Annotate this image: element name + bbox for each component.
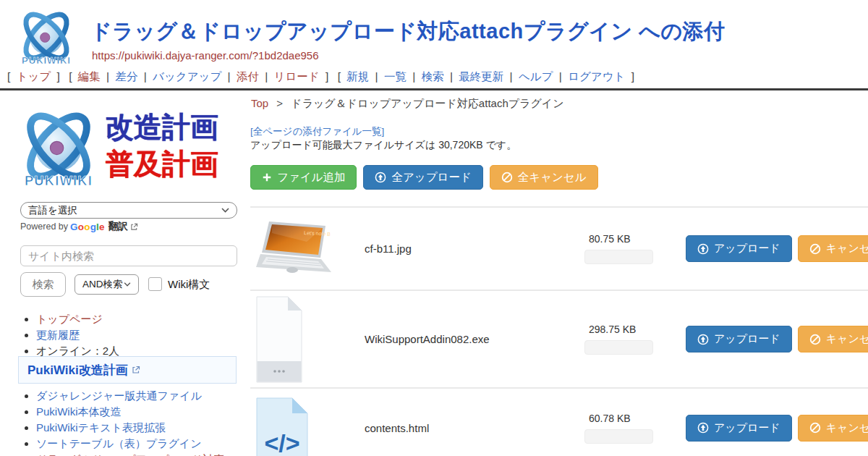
sidebar-heading-link[interactable]: PukiWiki改造計画 [18,356,237,384]
nav-link-help[interactable]: ヘルプ [519,70,553,83]
google-translate-attribution: Powered by Google 翻訳 [20,220,138,233]
cancel-button[interactable]: キャンセル [798,415,868,442]
upload-circle-icon [697,243,709,255]
ban-circle-icon [809,422,821,434]
sidebar-list-top: トップページ 更新履歴 オンライン：2人 [22,312,242,360]
page: PUKIWIKI ドラッグ＆ドロップアップロード対応attachプラグイン への… [0,0,868,456]
upload-progress-bar [584,340,653,355]
cancel-button[interactable]: キャンセル [798,326,868,352]
header-divider [0,88,868,90]
file-name: WikiSupportAddin082.exe [365,333,584,345]
file-size: 298.75 KB [584,324,636,335]
file-size: 60.78 KB [584,413,631,424]
upload-circle-icon [697,422,709,434]
pukiwiki-logo-icon[interactable]: PUKIWIKI [9,4,84,68]
nav-link-attach[interactable]: 添付 [237,70,259,83]
sidebar-item-sort-table[interactable]: ソートテーブル（表）プラグイン [36,437,202,449]
all-attachments-link[interactable]: [全ページの添付ファイル一覧] [250,125,384,138]
search-mode-select[interactable]: AND検索 [75,274,139,295]
ban-circle-icon [809,243,821,255]
external-link-icon [130,223,138,231]
wiki-syntax-label: Wiki構文 [168,278,210,292]
nav-link-recent[interactable]: 最終更新 [459,70,503,83]
banner-wordmark: PUKIWIKI [25,173,93,188]
language-select[interactable]: 言語を選択 [20,202,237,219]
file-row: WikiSupportAddin082.exe 298.75 KB アップロード [250,290,868,387]
nav-link-logout[interactable]: ログアウト [568,70,625,83]
breadcrumb: Top > ドラッグ＆ドロップアップロード対応attachプラグイン [251,97,564,111]
upload-circle-icon [375,172,386,183]
laptop-photo-thumbnail: Let's note B [256,219,336,279]
nav-link-backup[interactable]: バックアップ [153,70,221,83]
wiki-syntax-checkbox[interactable] [148,277,162,291]
upload-button[interactable]: アップロード [686,235,792,262]
nav-link-reload[interactable]: リロード [274,70,320,83]
cancel-all-button[interactable]: 全キャンセル [490,165,598,190]
logo-wordmark: PUKIWIKI [22,55,71,66]
upload-button[interactable]: アップロード [686,415,792,442]
upload-progress-bar [584,250,653,264]
sidebar-online-count: オンライン：2人 [36,345,119,357]
upload-file-list: Let's note B cf-b11.jpg 80.75 KB [250,206,868,456]
breadcrumb-current: ドラッグ＆ドロップアップロード対応attachプラグイン [291,97,563,109]
plus-icon [262,172,272,182]
chevron-down-icon [221,208,229,213]
nav-link-list[interactable]: 一覧 [384,70,407,83]
search-button[interactable]: 検索 [20,272,66,297]
file-row: </> contents.html 60.78 KB アップロード [250,387,868,456]
generic-file-icon [256,296,302,383]
sidebar-banner-link[interactable]: PUKIWIKI 改造計画 普及計画 [14,100,240,193]
max-upload-size-text: アップロード可能最大ファイルサイズは 30,720KB です。 [250,139,516,152]
svg-text:</>: </> [264,429,299,456]
pukiwiki-atom-icon: PUKIWIKI [14,102,103,190]
sidebar-item-dnd-attach[interactable]: ドラッグ＆ドロップアップロード対応attachプラグイン [36,453,224,456]
chevron-down-icon [124,282,131,287]
nav-link-diff[interactable]: 差分 [115,70,137,83]
site-search-input[interactable] [20,245,237,266]
upload-progress-bar [584,429,653,444]
nav-link-top[interactable]: トップ [17,70,51,83]
page-title: ドラッグ＆ドロップアップロード対応attachプラグイン への添付 [90,17,726,46]
breadcrumb-home-link[interactable]: Top [251,97,268,109]
upload-button[interactable]: アップロード [686,326,792,352]
file-name: contents.html [365,422,584,434]
banner-slogan: 改造計画 普及計画 [106,109,218,182]
sidebar-item-common-files[interactable]: ダジャレンジャー版共通ファイル [36,389,202,402]
file-size: 80.75 KB [584,233,631,245]
file-name: cf-b11.jpg [365,242,584,255]
top-navigation: [ トップ ] [ 編集 | 差分 | バックアップ | 添付 | リロード ]… [6,69,636,85]
nav-link-edit[interactable]: 編集 [78,70,101,83]
sidebar-item-toppage[interactable]: トップページ [36,313,103,325]
sidebar-item-core-mod[interactable]: PukiWiki本体改造 [36,405,122,418]
html-code-file-icon: </> [256,397,308,456]
add-files-button[interactable]: ファイル追加 [250,165,357,190]
cancel-button[interactable]: キャンセル [798,235,868,262]
ban-circle-icon [501,172,513,183]
ban-circle-icon [809,334,821,345]
page-url: https://pukiwiki.dajya-ranger.com/?1bd2d… [92,49,319,62]
file-row: Let's note B cf-b11.jpg 80.75 KB [250,208,868,290]
upload-toolbar: ファイル追加 全アップロード 全キャンセル [250,165,598,190]
upload-all-button[interactable]: 全アップロード [363,165,482,190]
external-link-icon [132,366,140,374]
google-logo: Google [70,221,105,232]
nav-link-new[interactable]: 新規 [346,70,369,83]
sidebar-item-text-ext[interactable]: PukiWikiテキスト表現拡張 [36,421,166,434]
upload-circle-icon [697,334,709,345]
sidebar-list-plugins: ダジャレンジャー版共通ファイル PukiWiki本体改造 PukiWikiテキス… [22,389,242,456]
nav-link-search[interactable]: 検索 [422,70,444,83]
sidebar-item-history[interactable]: 更新履歴 [36,329,80,341]
